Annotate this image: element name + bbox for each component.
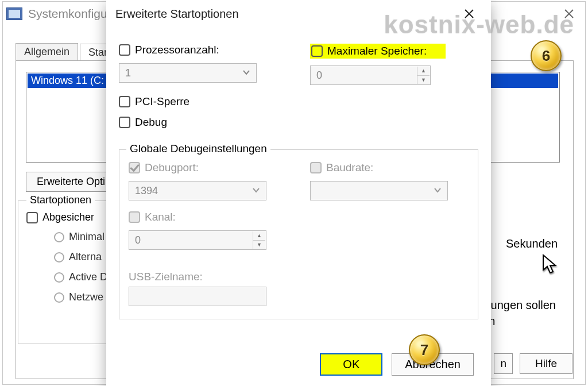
help-button[interactable]: Hilfe <box>520 353 572 374</box>
radio-network[interactable]: Netzwe <box>54 291 107 303</box>
debug-grid: Debugport: 1394 Baudrate: <box>129 161 469 306</box>
pci-lock-label: PCI-Sperre <box>135 95 189 108</box>
seconds-label: Sekunden <box>506 237 558 250</box>
close-icon[interactable] <box>457 3 482 24</box>
radio-icon <box>54 252 64 263</box>
processor-count-label: Prozessoranzahl: <box>135 44 219 56</box>
processor-count-select[interactable]: 1 <box>119 63 257 83</box>
safe-boot-radios: Minimal Alterna Active D Netzwe <box>54 231 107 303</box>
max-memory-spinner[interactable]: 0 ▲▼ <box>310 65 431 85</box>
debugport-checkbox: Debugport: <box>129 161 199 174</box>
chevron-down-icon <box>252 185 260 197</box>
ok-button[interactable]: OK <box>320 353 382 376</box>
radio-icon <box>54 272 64 283</box>
close-icon[interactable] <box>556 4 582 24</box>
pci-lock-checkbox[interactable]: PCI-Sperre <box>119 95 478 108</box>
advanced-boot-dialog: Erweiterte Startoptionen Prozessoranzahl… <box>106 0 491 386</box>
annotation-badge-6: 6 <box>531 40 562 71</box>
max-memory-col: Maximaler Speicher: 0 ▲▼ <box>310 44 478 85</box>
radio-active-directory[interactable]: Active D <box>54 271 107 283</box>
spinner-buttons[interactable]: ▲▼ <box>417 67 430 84</box>
debugport-value: 1394 <box>135 185 158 197</box>
channel-spinner: 0 ▲▼ <box>129 230 266 250</box>
tab-allgemein[interactable]: Allgemein <box>16 43 78 60</box>
truncated-button[interactable]: n <box>494 353 513 374</box>
safe-boot-checkbox[interactable]: Abgesicher <box>26 211 94 223</box>
dialog-buttons: OK Abbrechen <box>320 353 474 376</box>
checkbox-icon <box>26 212 38 223</box>
spinner-down-icon[interactable]: ▼ <box>417 76 430 84</box>
channel-col: Kanal: 0 ▲▼ <box>129 211 287 250</box>
processor-count-checkbox[interactable]: Prozessoranzahl: <box>119 44 219 56</box>
baudrate-checkbox: Baudrate: <box>310 161 373 174</box>
spinner-down-icon: ▼ <box>253 241 265 249</box>
checkbox-icon <box>119 96 130 107</box>
safe-boot-label: Abgesicher <box>42 211 94 223</box>
checkbox-icon <box>119 117 130 128</box>
debugport-col: Debugport: 1394 <box>129 161 287 200</box>
extra-checks: PCI-Sperre Debug <box>119 95 478 132</box>
debugport-label: Debugport: <box>145 161 199 174</box>
spinner-up-icon: ▲ <box>253 231 265 241</box>
debug-label: Debug <box>135 116 167 129</box>
boot-options-legend: Startoptionen <box>26 194 95 206</box>
global-debug-legend: Globale Debugeinstellungen <box>126 142 270 155</box>
baudrate-label: Baudrate: <box>326 161 373 174</box>
dialog-body: Prozessoranzahl: 1 Maximaler Speicher: 0… <box>106 28 491 386</box>
channel-value: 0 <box>135 234 141 246</box>
max-memory-label: Maximaler Speicher: <box>327 45 427 57</box>
chevron-down-icon <box>242 67 250 79</box>
spinner-up-icon[interactable]: ▲ <box>417 67 430 76</box>
processor-col: Prozessoranzahl: 1 <box>119 44 287 85</box>
cursor-icon <box>542 254 558 275</box>
usb-target-label: USB-Zielname: <box>129 271 203 283</box>
usb-col: USB-Zielname: <box>129 260 469 306</box>
spinner-buttons: ▲▼ <box>253 231 265 249</box>
baudrate-col: Baudrate: <box>310 161 469 200</box>
checkbox-icon <box>129 211 140 223</box>
max-memory-checkbox[interactable]: Maximaler Speicher: <box>310 44 446 59</box>
dialog-title: Erweiterte Startoptionen <box>115 7 239 21</box>
top-options-grid: Prozessoranzahl: 1 Maximaler Speicher: 0… <box>119 44 478 85</box>
chevron-down-icon <box>434 185 442 197</box>
radio-icon <box>54 232 64 242</box>
baudrate-select <box>310 181 448 200</box>
channel-checkbox: Kanal: <box>129 211 176 223</box>
advanced-options-button[interactable]: Erweiterte Opti <box>26 172 116 192</box>
dialog-titlebar: Erweiterte Startoptionen <box>106 0 491 28</box>
checkbox-icon <box>119 44 130 56</box>
max-memory-value: 0 <box>316 70 322 82</box>
checkbox-icon <box>311 45 323 57</box>
channel-label: Kanal: <box>145 211 176 223</box>
processor-count-value: 1 <box>125 67 131 79</box>
annotation-badge-7: 7 <box>409 334 440 365</box>
checkbox-icon <box>310 162 322 173</box>
usb-target-input <box>129 287 266 306</box>
debug-checkbox[interactable]: Debug <box>119 116 478 129</box>
radio-icon <box>54 292 64 303</box>
checkbox-icon <box>129 162 140 173</box>
radio-alternate[interactable]: Alterna <box>54 251 107 263</box>
back-window-buttons: n Hilfe <box>494 353 572 374</box>
tab-strip: Allgemein Start <box>16 43 119 60</box>
global-debug-group: Globale Debugeinstellungen Debugport: 13… <box>119 149 478 319</box>
radio-minimal[interactable]: Minimal <box>54 231 107 243</box>
app-icon <box>6 7 22 20</box>
debugport-select: 1394 <box>129 181 266 200</box>
